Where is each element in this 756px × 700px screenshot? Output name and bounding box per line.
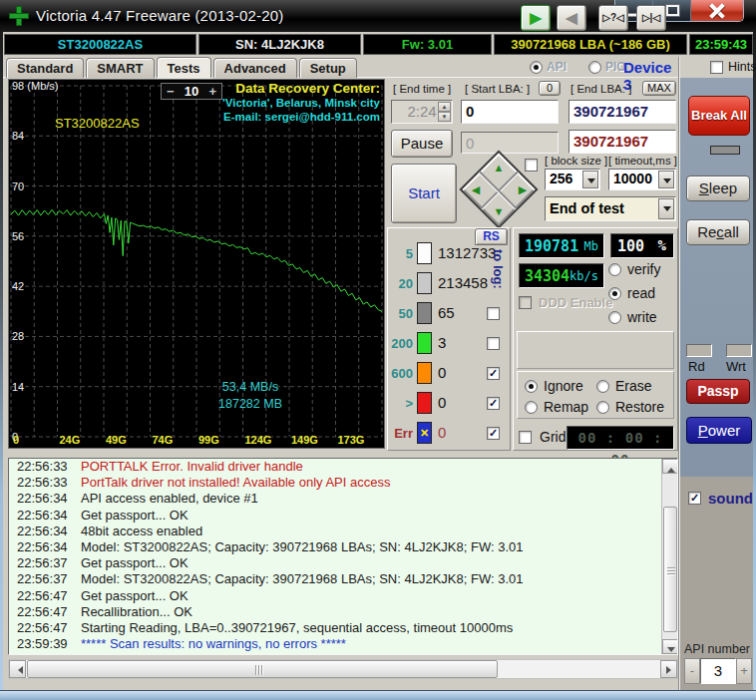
start-lba-zero-button[interactable]: 0 bbox=[539, 81, 561, 96]
scroll-down-icon[interactable] bbox=[662, 639, 678, 654]
log-vertical-scrollbar[interactable] bbox=[661, 459, 677, 654]
y-axis-tick: 98 (Mb/s) bbox=[12, 80, 58, 92]
graph-drive-label: ST3200822AS bbox=[55, 116, 140, 131]
sound-label: sound bbox=[708, 490, 753, 507]
to-log-checkbox[interactable] bbox=[487, 337, 500, 350]
log-entry: 22:56:34API access enabled, device #1 bbox=[9, 491, 677, 507]
remap-radio[interactable] bbox=[525, 401, 538, 414]
seek-question-button[interactable]: ▷?◁ bbox=[598, 5, 628, 31]
timeout-select[interactable]: 10000 bbox=[608, 169, 676, 190]
end-action-select[interactable]: End of test bbox=[545, 196, 676, 221]
pio-radio[interactable] bbox=[588, 61, 601, 74]
block-size-select[interactable]: 256 bbox=[545, 169, 600, 190]
ddd-enable-checkbox[interactable] bbox=[519, 296, 532, 309]
erase-radio[interactable] bbox=[596, 380, 609, 393]
end-action-dropdown-icon[interactable] bbox=[658, 198, 674, 219]
to-log-checkbox[interactable] bbox=[487, 307, 500, 320]
grid-checkbox[interactable] bbox=[519, 431, 532, 444]
log-message: Starting Reading, LBA=0..390721967, sequ… bbox=[81, 620, 513, 636]
log-message: PORTTALK Error. Invalid driver handle bbox=[81, 459, 303, 475]
api-plus-button[interactable]: + bbox=[736, 658, 752, 684]
hscroll-thumb[interactable] bbox=[27, 660, 498, 678]
read-radio[interactable] bbox=[608, 287, 621, 300]
grid-label: Grid bbox=[540, 429, 566, 445]
graph-zoom-minus-icon[interactable]: − bbox=[167, 85, 175, 98]
scroll-right-icon[interactable] bbox=[660, 660, 677, 678]
play-button[interactable]: ▶ bbox=[521, 5, 551, 31]
tab-tests[interactable]: Tests bbox=[157, 57, 211, 78]
write-radio[interactable] bbox=[608, 311, 621, 324]
rd-indicator bbox=[686, 344, 712, 357]
log-listbox[interactable]: 22:56:33PORTTALK Error. Invalid driver h… bbox=[8, 458, 678, 655]
api-number-label: API number bbox=[684, 642, 750, 656]
log-message: Get passport... OK bbox=[81, 555, 189, 571]
log-time: 22:56:47 bbox=[17, 620, 68, 636]
api-minus-button[interactable]: - bbox=[684, 658, 700, 684]
rewind-button[interactable]: ◀ bbox=[557, 5, 586, 31]
hints-checkbox[interactable] bbox=[710, 61, 723, 74]
block-size-dropdown-icon[interactable] bbox=[582, 171, 598, 188]
drive-firmware: Fw: 3.01 bbox=[363, 34, 492, 55]
scroll-left-icon[interactable] bbox=[9, 660, 26, 678]
dpad-left-icon[interactable]: ◀ bbox=[469, 183, 483, 196]
stat-label: 20 bbox=[387, 276, 413, 291]
stat-row->: >0 bbox=[387, 392, 511, 422]
end-lba-input[interactable]: 390721967 bbox=[568, 100, 676, 124]
log-entry: 22:56:33PORTTALK Error. Invalid driver h… bbox=[9, 459, 677, 475]
ignore-radio[interactable] bbox=[525, 380, 538, 393]
dpad-up-icon[interactable]: ▲ bbox=[492, 162, 506, 174]
seek-end-button[interactable]: ▷|◁ bbox=[636, 5, 666, 31]
stat-value: 3 bbox=[438, 334, 446, 351]
tab-advanced[interactable]: Advanced bbox=[213, 58, 297, 78]
sound-checkbox[interactable] bbox=[688, 492, 701, 505]
stat-color-block-icon bbox=[417, 332, 432, 354]
passp-button[interactable]: Passp bbox=[686, 379, 750, 404]
dpad-down-icon[interactable]: ▼ bbox=[492, 205, 506, 217]
start-lba-input[interactable]: 0 bbox=[461, 100, 559, 124]
wrt-indicator bbox=[726, 344, 752, 357]
hints-label: Hints bbox=[728, 60, 756, 74]
to-log-checkbox[interactable] bbox=[487, 367, 500, 380]
graph-zoom-plus-icon[interactable]: + bbox=[208, 85, 216, 98]
vscroll-thumb[interactable] bbox=[663, 507, 677, 632]
banner-line2: 'Victoria', Belarus, Minsk city bbox=[222, 96, 380, 110]
restore-radio[interactable] bbox=[596, 401, 609, 414]
dpad-right-icon[interactable]: ▶ bbox=[516, 183, 530, 196]
start-button[interactable]: Start bbox=[391, 164, 457, 223]
power-button[interactable]: Power bbox=[686, 417, 752, 444]
recall-button[interactable]: Recall bbox=[686, 219, 750, 245]
end-time-spin-arrows-icon[interactable]: ▲▼ bbox=[438, 102, 451, 122]
percent-lcd: 100 % bbox=[610, 233, 674, 258]
stat-color-block-icon bbox=[417, 272, 432, 294]
end-time-spinner[interactable]: 2:24 ▲▼ bbox=[391, 100, 453, 124]
stat-color-block-icon bbox=[417, 302, 432, 324]
timeout-dropdown-icon[interactable] bbox=[658, 171, 674, 188]
tab-standard[interactable]: Standard bbox=[6, 58, 84, 78]
graph-zoom-control[interactable]: − 10 + bbox=[161, 83, 222, 100]
tab-smart[interactable]: SMART bbox=[86, 58, 154, 78]
seek-question-icon: ▷?◁ bbox=[602, 12, 624, 23]
scroll-up-icon[interactable] bbox=[662, 459, 678, 474]
close-button[interactable] bbox=[691, 0, 743, 21]
tab-setup[interactable]: Setup bbox=[299, 58, 357, 78]
x-axis-tick: 99G bbox=[198, 434, 219, 446]
break-all-button[interactable]: Break All bbox=[688, 96, 750, 136]
to-log-checkbox[interactable] bbox=[487, 397, 500, 410]
log-entry: 22:56:47Starting Reading, LBA=0..3907219… bbox=[9, 620, 677, 636]
remap-label: Remap bbox=[544, 399, 588, 415]
to-log-checkbox[interactable] bbox=[487, 427, 500, 440]
position-unit: Mb bbox=[584, 239, 598, 253]
api-radio[interactable] bbox=[530, 61, 543, 74]
dpad-checkbox[interactable] bbox=[525, 159, 538, 172]
y-axis-tick: 84 bbox=[12, 130, 24, 142]
end-lba-max-button[interactable]: MAX bbox=[642, 81, 676, 96]
stat-value: 65 bbox=[438, 304, 455, 321]
pause-button[interactable]: Pause bbox=[391, 130, 453, 158]
verify-radio[interactable] bbox=[608, 263, 621, 276]
log-horizontal-scrollbar[interactable] bbox=[8, 659, 678, 679]
rs-button[interactable]: RS bbox=[475, 228, 508, 245]
sleep-button[interactable]: Sleep bbox=[686, 175, 750, 201]
restore-label: Restore bbox=[615, 399, 664, 415]
log-entry: 22:56:47Get passport... OK bbox=[9, 588, 677, 604]
x-axis-tick: 24G bbox=[60, 434, 81, 446]
